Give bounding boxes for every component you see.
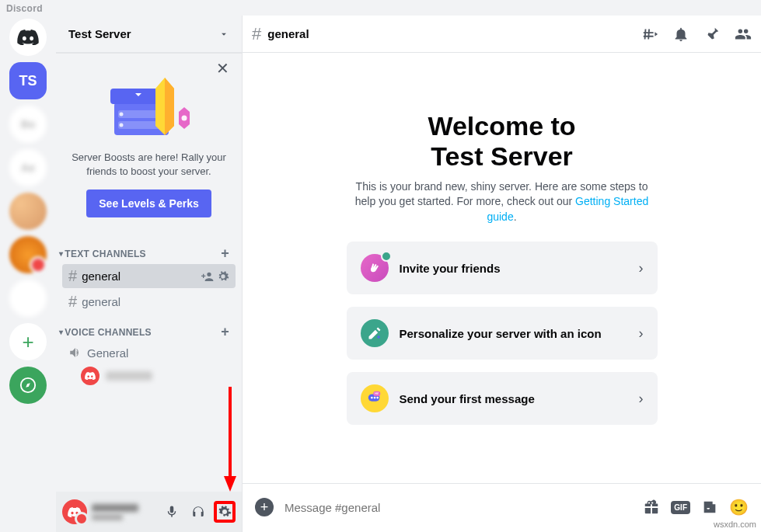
voice-user-name bbox=[106, 371, 152, 381]
welcome-subtitle: This is your brand new, shiny server. He… bbox=[347, 179, 658, 225]
action-label: Personalize your server with an icon bbox=[400, 327, 628, 340]
welcome-panel: Welcome to Test Server This is your bran… bbox=[243, 53, 761, 483]
message-input[interactable] bbox=[285, 501, 632, 514]
add-channel-button[interactable]: + bbox=[221, 245, 236, 262]
pencil-icon bbox=[361, 319, 389, 347]
add-channel-button[interactable]: + bbox=[221, 324, 236, 340]
avatar[interactable] bbox=[62, 499, 87, 524]
discord-logo-icon bbox=[17, 30, 39, 45]
server-pill[interactable]: Ae bbox=[9, 149, 47, 186]
category-header-text[interactable]: ▾ TEXT CHANNELS + bbox=[56, 236, 242, 263]
message-bar: + GIF 🙂 bbox=[243, 483, 761, 532]
bell-icon[interactable] bbox=[672, 26, 689, 43]
chevron-right-icon: › bbox=[639, 391, 644, 407]
svg-point-5 bbox=[119, 123, 123, 127]
channel-general-selected[interactable]: # general bbox=[62, 264, 236, 288]
channel-header: # general bbox=[243, 16, 761, 53]
channel-general[interactable]: # general bbox=[62, 290, 236, 314]
gear-icon[interactable] bbox=[217, 270, 229, 283]
attach-button[interactable]: + bbox=[255, 498, 274, 516]
sticker-icon[interactable] bbox=[701, 499, 718, 516]
deafen-button[interactable] bbox=[187, 501, 209, 523]
channel-name: general bbox=[82, 269, 197, 283]
user-info bbox=[92, 504, 156, 520]
chevron-right-icon: › bbox=[639, 325, 644, 342]
add-server-button[interactable]: + bbox=[9, 323, 47, 360]
svg-text:Hi!: Hi! bbox=[375, 393, 379, 396]
server-list: TS Bo Ae + bbox=[0, 16, 56, 532]
members-icon[interactable] bbox=[735, 26, 752, 43]
channel-name: general bbox=[82, 295, 229, 308]
chat-icon: Hi! bbox=[361, 384, 389, 412]
server-pill[interactable] bbox=[9, 280, 47, 317]
server-pill[interactable]: Bo bbox=[9, 106, 47, 143]
svg-point-15 bbox=[707, 505, 708, 506]
server-pill[interactable] bbox=[9, 236, 47, 273]
wave-icon bbox=[361, 254, 389, 282]
mute-button[interactable] bbox=[161, 501, 183, 523]
welcome-title: Welcome to Test Server bbox=[428, 111, 575, 172]
channel-name: General bbox=[87, 346, 229, 360]
chevron-down-icon: ▾ bbox=[59, 249, 63, 258]
pin-icon[interactable] bbox=[703, 26, 721, 43]
boost-illustration bbox=[68, 71, 229, 141]
svg-point-12 bbox=[376, 397, 379, 399]
user-panel bbox=[56, 492, 242, 532]
chat-content: # general Welcome to Test Server This is… bbox=[243, 16, 761, 532]
chevron-down-icon bbox=[218, 29, 229, 40]
svg-point-4 bbox=[119, 113, 123, 116]
hash-icon: # bbox=[68, 293, 77, 311]
threads-icon[interactable] bbox=[641, 26, 658, 43]
svg-point-10 bbox=[370, 397, 372, 399]
voice-user[interactable] bbox=[56, 363, 242, 388]
boost-levels-button[interactable]: See Levels & Perks bbox=[86, 190, 211, 217]
home-button[interactable] bbox=[9, 19, 47, 56]
category-label: TEXT CHANNELS bbox=[65, 249, 146, 259]
gift-icon[interactable] bbox=[643, 499, 660, 516]
category-header-voice[interactable]: ▾ VOICE CHANNELS + bbox=[56, 315, 242, 342]
channel-title: general bbox=[267, 27, 635, 40]
boost-text: Server Boosts are here! Rally your frien… bbox=[68, 151, 229, 179]
server-pill-selected[interactable]: TS bbox=[9, 62, 47, 99]
avatar bbox=[81, 367, 99, 385]
gear-icon bbox=[218, 505, 232, 519]
watermark: wsxdn.com bbox=[714, 520, 756, 529]
svg-point-8 bbox=[377, 336, 379, 339]
server-header[interactable]: Test Server bbox=[56, 16, 242, 53]
boost-card: ✕ Server bbox=[62, 59, 236, 230]
server-name: Test Server bbox=[68, 27, 131, 40]
svg-point-11 bbox=[373, 397, 375, 399]
action-label: Invite your friends bbox=[400, 262, 628, 275]
chevron-down-icon: ▾ bbox=[59, 328, 63, 336]
user-settings-button[interactable] bbox=[214, 501, 236, 523]
category-label: VOICE CHANNELS bbox=[65, 327, 152, 338]
hash-icon: # bbox=[68, 267, 77, 285]
svg-point-7 bbox=[181, 116, 187, 121]
channel-sidebar: Test Server ✕ bbox=[56, 16, 243, 532]
window-titlebar: Discord bbox=[0, 0, 761, 16]
emoji-icon[interactable]: 🙂 bbox=[729, 498, 749, 516]
first-message-card[interactable]: Hi! Send your first message › bbox=[347, 372, 658, 425]
speaker-icon bbox=[68, 346, 82, 360]
hash-icon: # bbox=[252, 24, 261, 44]
server-pill[interactable] bbox=[9, 193, 47, 230]
svg-point-16 bbox=[710, 505, 711, 506]
invite-friends-card[interactable]: Invite your friends › bbox=[347, 242, 658, 294]
gif-button[interactable]: GIF bbox=[671, 501, 690, 514]
voice-channel-general[interactable]: General bbox=[62, 342, 236, 363]
explore-button[interactable] bbox=[9, 367, 47, 404]
chevron-right-icon: › bbox=[639, 260, 644, 276]
action-label: Send your first message bbox=[400, 392, 628, 405]
invite-icon[interactable] bbox=[201, 270, 214, 283]
compass-icon bbox=[19, 377, 37, 394]
personalize-card[interactable]: Personalize your server with an icon › bbox=[347, 307, 658, 360]
